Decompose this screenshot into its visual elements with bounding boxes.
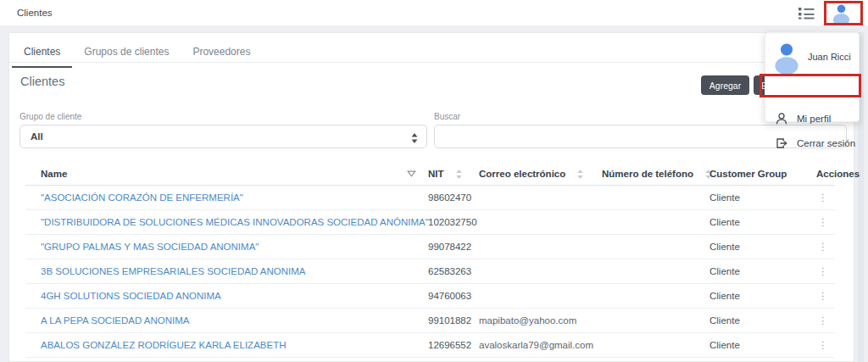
tab-bar: Clientes Grupos de clientes Proveedores bbox=[12, 40, 262, 68]
row-actions-kebab-icon[interactable]: ⋮ bbox=[791, 316, 835, 325]
row-actions-kebab-icon[interactable]: ⋮ bbox=[791, 193, 835, 202]
page-title: Clientes bbox=[17, 0, 53, 25]
client-name-link[interactable]: A LA PEPA SOCIEDAD ANONIMA bbox=[41, 315, 190, 326]
customer-group-cell: Cliente bbox=[709, 242, 791, 252]
menu-item-cerrar-sesion[interactable]: Cerrar sesión bbox=[765, 132, 860, 155]
menu-item-label: Mi perfil bbox=[797, 108, 831, 131]
section-title: Clientes bbox=[20, 75, 64, 88]
client-name-cell: ABALOS GONZÁLEZ RODRÍGUEZ KARLA ELIZABET… bbox=[25, 340, 428, 350]
column-header-customer-group[interactable]: Customer Group bbox=[709, 169, 791, 179]
customer-group-cell: Cliente bbox=[709, 315, 791, 326]
list-view-icon[interactable] bbox=[798, 6, 816, 20]
table-header-row: Name NIT Correo electrónico Número de te… bbox=[25, 163, 835, 186]
client-name-cell: "GRUPO PALMAS Y MAS SOCIEDAD ANONIMA" bbox=[25, 242, 428, 252]
tab-grupos-de-clientes[interactable]: Grupos de clientes bbox=[72, 40, 181, 68]
user-menu-header: Juan Ricci bbox=[765, 40, 860, 77]
table-row: ABALOS GONZÁLEZ RODRÍGUEZ KARLA ELIZABET… bbox=[25, 333, 835, 358]
customer-group-cell: Cliente bbox=[709, 340, 791, 350]
menu-item-mi-perfil[interactable]: Mi perfil bbox=[765, 108, 860, 131]
table-row: A LA PEPA SOCIEDAD ANONIMA 99101882 mapi… bbox=[25, 309, 835, 333]
table-row: "GRUPO PALMAS Y MAS SOCIEDAD ANONIMA" 99… bbox=[25, 235, 835, 259]
email-cell: mapibato@yahoo.com bbox=[479, 315, 602, 326]
customer-group-cell: Cliente bbox=[709, 192, 791, 203]
column-header-actions: Acciones bbox=[791, 169, 835, 179]
customer-group-cell: Cliente bbox=[709, 291, 791, 301]
person-icon bbox=[775, 112, 788, 129]
user-avatar-large-icon bbox=[772, 40, 801, 74]
clients-table: Name NIT Correo electrónico Número de te… bbox=[25, 163, 835, 358]
group-filter-select[interactable]: All bbox=[19, 125, 427, 148]
client-name-cell: "ASOCIACIÓN CORAZÓN DE ENFERMERÍA" bbox=[25, 192, 428, 203]
logout-icon bbox=[775, 136, 788, 153]
sort-desc-icon[interactable] bbox=[407, 170, 416, 177]
client-name-link[interactable]: "ASOCIACIÓN CORAZÓN DE ENFERMERÍA" bbox=[41, 192, 243, 203]
column-header-nit[interactable]: NIT bbox=[428, 169, 479, 179]
sort-both-icon[interactable] bbox=[577, 170, 583, 179]
client-name-link[interactable]: ABALOS GONZÁLEZ RODRÍGUEZ KARLA ELIZABET… bbox=[41, 340, 287, 350]
client-name-link[interactable]: "GRUPO PALMAS Y MAS SOCIEDAD ANONIMA" bbox=[41, 242, 259, 252]
nit-cell: 12696552 bbox=[428, 340, 479, 350]
nit-cell: 94760063 bbox=[428, 291, 479, 301]
nit-cell: 98602470 bbox=[428, 192, 479, 203]
table-row: 3B SOLUCIONES EMPRESARIALES SOCIEDAD ANO… bbox=[25, 259, 835, 284]
group-filter-label: Grupo de cliente bbox=[19, 112, 81, 121]
nit-cell: 99101882 bbox=[428, 315, 479, 326]
nit-cell: 102032750 bbox=[428, 217, 479, 227]
row-actions-kebab-icon[interactable]: ⋮ bbox=[791, 292, 835, 300]
nit-cell: 99078422 bbox=[428, 242, 479, 252]
table-body: "ASOCIACIÓN CORAZÓN DE ENFERMERÍA" 98602… bbox=[25, 186, 835, 358]
row-actions-kebab-icon[interactable]: ⋮ bbox=[791, 341, 835, 349]
column-header-name[interactable]: Name bbox=[25, 169, 428, 179]
topbar: Clientes bbox=[0, 0, 868, 25]
table-row: "ASOCIACIÓN CORAZÓN DE ENFERMERÍA" 98602… bbox=[25, 186, 835, 210]
customer-group-cell: Cliente bbox=[709, 217, 791, 227]
client-name-cell: 3B SOLUCIONES EMPRESARIALES SOCIEDAD ANO… bbox=[25, 266, 428, 276]
client-name-cell: A LA PEPA SOCIEDAD ANONIMA bbox=[25, 315, 428, 326]
user-avatar-icon[interactable] bbox=[831, 3, 852, 24]
sort-both-icon[interactable] bbox=[456, 170, 462, 179]
nit-cell: 62583263 bbox=[428, 266, 479, 276]
client-name-cell: "DISTRIBUIDORA DE SOLUCIONES MÉDICAS INN… bbox=[25, 217, 428, 227]
app-screen: Clientes Clientes Grupos de clientes Pro… bbox=[0, 0, 868, 362]
customer-group-cell: Cliente bbox=[709, 266, 791, 276]
menu-item-label: Cerrar sesión bbox=[797, 132, 855, 155]
email-cell: avaloskarla79@gmail.com bbox=[479, 340, 602, 350]
column-header-phone[interactable]: Número de teléfono bbox=[602, 169, 709, 179]
row-actions-kebab-icon[interactable]: ⋮ bbox=[791, 218, 835, 226]
client-name-link[interactable]: 3B SOLUCIONES EMPRESARIALES SOCIEDAD ANO… bbox=[41, 266, 306, 276]
client-name-link[interactable]: "DISTRIBUIDORA DE SOLUCIONES MÉDICAS INN… bbox=[41, 217, 429, 227]
tab-proveedores[interactable]: Proveedores bbox=[181, 40, 262, 68]
table-row: 4GH SOLUTIONS SOCIEDAD ANONIMA 94760063 … bbox=[25, 284, 835, 309]
column-header-email[interactable]: Correo electrónico bbox=[479, 169, 602, 179]
select-stepper-icon bbox=[411, 131, 418, 147]
client-name-link[interactable]: 4GH SOLUTIONS SOCIEDAD ANONIMA bbox=[41, 291, 221, 301]
user-name: Juan Ricci bbox=[808, 52, 851, 62]
row-actions-kebab-icon[interactable]: ⋮ bbox=[791, 267, 835, 276]
row-actions-kebab-icon[interactable]: ⋮ bbox=[791, 242, 835, 251]
group-filter-value: All bbox=[31, 125, 43, 148]
search-label: Buscar bbox=[434, 112, 460, 121]
add-button[interactable]: Agregar bbox=[701, 75, 749, 95]
user-dropdown-menu: Juan Ricci Mi perfil Cerrar sesión bbox=[765, 32, 860, 122]
tab-clientes[interactable]: Clientes bbox=[12, 40, 72, 68]
client-name-cell: 4GH SOLUTIONS SOCIEDAD ANONIMA bbox=[25, 291, 428, 301]
table-row: "DISTRIBUIDORA DE SOLUCIONES MÉDICAS INN… bbox=[25, 210, 835, 235]
